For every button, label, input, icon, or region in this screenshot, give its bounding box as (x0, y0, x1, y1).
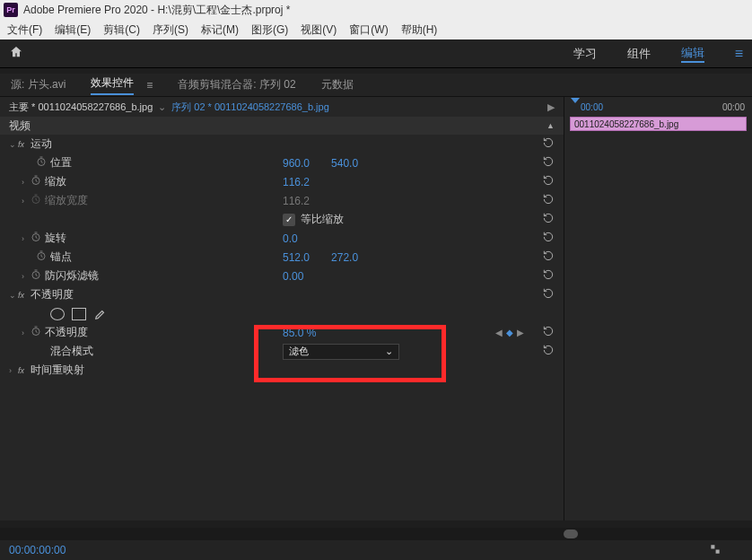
uniform-scale-checkbox[interactable]: ✓ (283, 214, 295, 226)
workspace-assembly[interactable]: 组件 (627, 46, 651, 62)
uniform-scale-row: ✓ 等比缩放 (0, 210, 564, 229)
timeline-clip[interactable]: 0011024058227686_b.jpg (570, 117, 747, 131)
blend-mode-select[interactable]: 滤色 ⌄ (283, 344, 399, 360)
opacity-value[interactable]: 85.0 % (283, 327, 316, 339)
menubar: 文件(F) 编辑(E) 剪辑(C) 序列(S) 标记(M) 图形(G) 视图(V… (0, 20, 752, 39)
effect-timeline: 00:00 00:00 0011024058227686_b.jpg (564, 97, 752, 521)
stopwatch-icon[interactable] (36, 250, 50, 264)
menu-sequence[interactable]: 序列(S) (153, 22, 188, 38)
stopwatch-icon[interactable] (31, 175, 45, 188)
menu-view[interactable]: 视图(V) (301, 22, 337, 38)
breadcrumb-sequence[interactable]: 序列 02 * 0011024058227686_b.jpg (171, 101, 329, 114)
scale-width-label: 缩放宽度 (45, 193, 88, 208)
menu-graphics[interactable]: 图形(G) (251, 22, 288, 38)
status-bar: 00:00:00:00 (0, 540, 752, 560)
opacity-value-row: › 不透明度 85.0 % ◀ ◆ ▶ (0, 323, 564, 342)
menu-edit[interactable]: 编辑(E) (55, 22, 91, 38)
stopwatch-icon[interactable] (31, 232, 45, 245)
chevron-down-icon[interactable]: ⌄ (158, 101, 166, 113)
anchor-label: 锚点 (50, 249, 72, 265)
opacity-group[interactable]: ⌄fx 不透明度 (0, 285, 564, 304)
time-end: 00:00 (722, 102, 745, 112)
video-section-label: 视频 (9, 118, 31, 134)
reset-icon[interactable] (542, 212, 555, 227)
collapse-icon[interactable]: ▲ (547, 121, 555, 130)
scale-width-row: › 缩放宽度 116.2 (0, 191, 564, 210)
position-x[interactable]: 960.0540.0 (283, 157, 358, 170)
reset-icon[interactable] (542, 325, 555, 340)
effect-controls-panel: 主要 * 0011024058227686_b.jpg ⌄ 序列 02 * 00… (0, 97, 564, 521)
menu-marker[interactable]: 标记(M) (201, 22, 239, 38)
export-icon[interactable] (730, 543, 743, 558)
reset-icon[interactable] (542, 231, 555, 246)
position-row: 位置 960.0540.0 (0, 153, 564, 172)
pen-mask-icon[interactable] (93, 308, 108, 320)
playhead-icon[interactable] (570, 97, 581, 109)
workspace-menu-icon[interactable]: ≡ (735, 46, 743, 62)
reset-icon[interactable] (542, 249, 555, 265)
scrollbar-horizontal[interactable] (0, 528, 752, 540)
time-remap-label: 时间重映射 (31, 363, 84, 378)
anchor-row: 锚点 512.0272.0 (0, 248, 564, 267)
rotation-row: › 旋转 0.0 (0, 229, 564, 248)
blend-mode-label: 混合模式 (50, 344, 93, 359)
scale-value[interactable]: 116.2 (283, 176, 310, 188)
motion-label: 运动 (31, 136, 52, 152)
reset-icon[interactable] (542, 287, 555, 302)
video-section-header: 视频 ▲ (0, 117, 564, 135)
play-icon[interactable]: ▶ (547, 101, 555, 113)
reset-icon[interactable] (542, 174, 555, 189)
ellipse-mask-icon[interactable] (50, 308, 65, 320)
reset-icon[interactable] (542, 268, 555, 284)
tab-effect-controls[interactable]: 效果控件 (91, 75, 134, 95)
menu-help[interactable]: 帮助(H) (401, 22, 438, 38)
rotation-label: 旋转 (45, 231, 66, 246)
workspace-editing[interactable]: 编辑 (681, 45, 704, 63)
home-icon[interactable] (9, 45, 23, 62)
uniform-scale-label: 等比缩放 (301, 212, 344, 227)
anti-flicker-label: 防闪烁滤镜 (45, 268, 99, 284)
tab-metadata[interactable]: 元数据 (321, 77, 354, 92)
time-start: 00:00 (581, 102, 603, 112)
blend-mode-value: 滤色 (289, 345, 309, 358)
reset-icon[interactable] (542, 193, 555, 208)
stopwatch-icon[interactable] (31, 269, 45, 283)
anti-flicker-value[interactable]: 0.00 (283, 270, 303, 283)
anchor-value[interactable]: 512.0272.0 (283, 251, 358, 264)
stopwatch-icon[interactable] (31, 326, 45, 339)
menu-file[interactable]: 文件(F) (7, 22, 42, 38)
opacity-group-label: 不透明度 (31, 287, 74, 302)
scale-label: 缩放 (45, 174, 66, 189)
timeline-ruler[interactable]: 00:00 00:00 (564, 97, 752, 117)
opacity-label: 不透明度 (45, 325, 88, 340)
reset-icon[interactable] (542, 136, 555, 152)
reset-icon[interactable] (542, 344, 555, 359)
menu-window[interactable]: 窗口(W) (349, 22, 388, 38)
timecode[interactable]: 00:00:00:00 (9, 544, 66, 556)
panel-menu-icon[interactable]: ≡ (146, 79, 153, 92)
app-icon: Pr (4, 3, 18, 17)
anti-flicker-row: › 防闪烁滤镜 0.00 (0, 267, 564, 285)
workspace-learn[interactable]: 学习 (573, 46, 597, 62)
position-label: 位置 (50, 155, 72, 171)
workspace-bar: 学习 组件 编辑 ≡ (0, 39, 752, 68)
tool-icon[interactable] (709, 543, 721, 558)
keyframe-navigator[interactable]: ◀ ◆ ▶ (495, 328, 524, 337)
panel-tab-bar: 源: 片头.avi 效果控件 ≡ 音频剪辑混合器: 序列 02 元数据 (0, 74, 752, 97)
motion-group[interactable]: ⌄fx 运动 (0, 135, 564, 153)
chevron-down-icon: ⌄ (385, 346, 393, 357)
reset-icon[interactable] (542, 155, 555, 171)
breadcrumb-master[interactable]: 主要 * 0011024058227686_b.jpg (9, 101, 153, 114)
blend-mode-row: 混合模式 滤色 ⌄ (0, 342, 564, 361)
time-remap-group[interactable]: ›fx 时间重映射 (0, 361, 564, 380)
tab-audio-mixer[interactable]: 音频剪辑混合器: 序列 02 (178, 77, 295, 92)
rectangle-mask-icon[interactable] (72, 308, 86, 320)
rotation-value[interactable]: 0.0 (283, 232, 298, 245)
scroll-thumb[interactable] (564, 529, 578, 538)
scale-width-value: 116.2 (283, 195, 310, 207)
tab-source[interactable]: 源: 片头.avi (11, 77, 66, 92)
stopwatch-icon[interactable] (36, 156, 50, 170)
clip-breadcrumb: 主要 * 0011024058227686_b.jpg ⌄ 序列 02 * 00… (0, 97, 564, 117)
scale-row: › 缩放 116.2 (0, 172, 564, 191)
menu-clip[interactable]: 剪辑(C) (103, 22, 140, 38)
